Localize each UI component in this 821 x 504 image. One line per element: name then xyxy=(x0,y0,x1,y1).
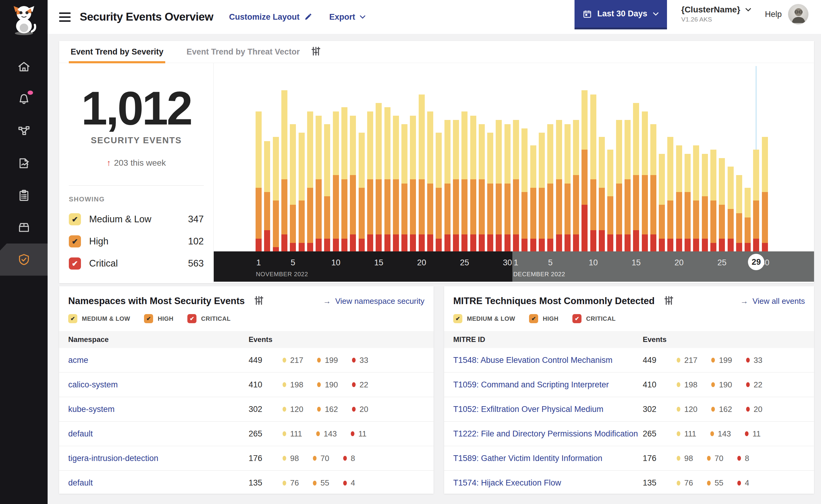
stacked-bar-nov-25[interactable] xyxy=(461,111,467,251)
row-link[interactable]: T1052: Exfiltration Over Physical Medium xyxy=(444,405,643,414)
stacked-bar-nov-30[interactable] xyxy=(504,124,510,251)
sidebar-item-compliance[interactable] xyxy=(0,179,48,211)
row-link[interactable]: default xyxy=(59,429,249,439)
stacked-bar-dec-8[interactable] xyxy=(573,120,579,251)
stacked-bar-dec-24[interactable] xyxy=(710,150,716,251)
stacked-bar-nov-16[interactable] xyxy=(384,107,391,251)
stacked-bar-dec-11[interactable] xyxy=(599,137,605,251)
mitre-settings-button[interactable] xyxy=(664,295,674,307)
row-link[interactable]: T1059: Command and Scripting Interpreter xyxy=(444,380,643,390)
stacked-bar-nov-9[interactable] xyxy=(324,124,330,251)
stacked-bar-dec-9[interactable] xyxy=(581,90,587,251)
stacked-bar-nov-29[interactable] xyxy=(496,120,502,251)
stacked-bar-nov-6[interactable] xyxy=(299,133,305,251)
stacked-bar-dec-20[interactable] xyxy=(676,145,682,251)
checkbox-checked-icon[interactable]: ✔ xyxy=(69,257,81,270)
severity-filter-critical[interactable]: ✔Critical563 xyxy=(69,257,204,270)
row-link[interactable]: acme xyxy=(59,356,249,365)
stacked-bar-dec-13[interactable] xyxy=(616,120,622,251)
stacked-bar-nov-27[interactable] xyxy=(479,124,485,251)
cluster-selector[interactable]: {ClusterName} V1.26 AKS xyxy=(681,5,751,23)
stacked-bar-nov-24[interactable] xyxy=(453,120,459,251)
row-link[interactable]: tigera-intrusion-detection xyxy=(59,454,249,463)
stacked-bar-dec-18[interactable] xyxy=(659,154,665,251)
sidebar-item-workloads[interactable] xyxy=(0,211,48,244)
sidebar-item-alerts[interactable] xyxy=(0,83,48,115)
stacked-bar-dec-2[interactable] xyxy=(521,128,527,251)
stacked-bar-dec-17[interactable] xyxy=(650,124,657,251)
stacked-bar-nov-14[interactable] xyxy=(367,111,373,251)
checkbox-checked-icon[interactable]: ✔ xyxy=(529,314,538,323)
stacked-bar-dec-7[interactable] xyxy=(564,124,570,251)
sidebar-item-threat-defense[interactable] xyxy=(0,244,48,276)
stacked-bar-nov-17[interactable] xyxy=(393,116,399,251)
stacked-bar-nov-19[interactable] xyxy=(410,116,416,251)
stacked-bar-nov-11[interactable] xyxy=(341,107,347,251)
sidebar-item-home[interactable] xyxy=(0,51,48,83)
row-link[interactable]: T1589: Gather Victim Identity Informatio… xyxy=(444,454,643,463)
stacked-bar-nov-2[interactable] xyxy=(264,141,270,251)
checkbox-checked-icon[interactable]: ✔ xyxy=(453,314,462,323)
export-button[interactable]: Export xyxy=(329,12,366,22)
stacked-bar-dec-19[interactable] xyxy=(667,137,673,251)
stacked-bar-dec-14[interactable] xyxy=(625,120,631,251)
view-namespace-security-link[interactable]: →View namespace security xyxy=(323,297,424,306)
tab-event-trend-by-threat-vector[interactable]: Event Trend by Threat Vector xyxy=(184,41,302,63)
checkbox-checked-icon[interactable]: ✔ xyxy=(69,213,81,225)
row-link[interactable]: T1222: File and Directory Permissions Mo… xyxy=(444,429,643,439)
stacked-bar-nov-7[interactable] xyxy=(307,111,313,251)
stacked-bar-nov-4[interactable] xyxy=(281,90,288,251)
stacked-bar-dec-16[interactable] xyxy=(642,111,648,251)
filter-chip-high[interactable]: ✔HIGH xyxy=(529,314,558,323)
row-link[interactable]: T1574: Hijack Execution Flow xyxy=(444,478,643,488)
view-all-events-link[interactable]: →View all events xyxy=(740,297,805,306)
stacked-bar-nov-22[interactable] xyxy=(436,133,442,251)
namespaces-settings-button[interactable] xyxy=(254,295,264,307)
stacked-bar-dec-28[interactable] xyxy=(745,188,751,251)
checkbox-checked-icon[interactable]: ✔ xyxy=(69,235,81,247)
filter-chip-high[interactable]: ✔HIGH xyxy=(144,314,173,323)
stacked-bar-nov-18[interactable] xyxy=(401,124,407,251)
filter-chip-medium_low[interactable]: ✔MEDIUM & LOW xyxy=(453,314,515,323)
checkbox-checked-icon[interactable]: ✔ xyxy=(144,314,153,323)
stacked-bar-dec-30[interactable] xyxy=(762,137,768,251)
stacked-bar-dec-29[interactable] xyxy=(753,150,759,251)
stacked-bar-dec-10[interactable] xyxy=(590,95,596,251)
app-logo-cat-mascot[interactable] xyxy=(9,4,38,37)
stacked-bar-dec-5[interactable] xyxy=(547,124,553,251)
stacked-bar-dec-15[interactable] xyxy=(633,103,639,251)
stacked-bar-nov-21[interactable] xyxy=(427,111,433,251)
filter-chip-critical[interactable]: ✔CRITICAL xyxy=(572,314,615,323)
selected-day-marker[interactable]: 29 xyxy=(748,254,764,270)
stacked-bar-nov-5[interactable] xyxy=(290,124,296,251)
stacked-bar-nov-20[interactable] xyxy=(419,95,425,251)
stacked-bar-nov-23[interactable] xyxy=(444,120,450,251)
stacked-bar-dec-22[interactable] xyxy=(693,145,699,251)
row-link[interactable]: T1548: Abuse Elevation Control Mechanism xyxy=(444,356,643,365)
menu-toggle-icon[interactable] xyxy=(59,12,71,22)
help-link[interactable]: Help xyxy=(765,10,782,19)
filter-chip-critical[interactable]: ✔CRITICAL xyxy=(187,314,231,323)
stacked-bar-dec-26[interactable] xyxy=(728,167,734,251)
x-axis[interactable]: 151015202530NOVEMBER 2022151015202530DEC… xyxy=(214,251,814,282)
stacked-bar-dec-21[interactable] xyxy=(685,154,691,251)
severity-filter-medium_low[interactable]: ✔Medium & Low347 xyxy=(69,213,204,225)
stacked-bar-dec-6[interactable] xyxy=(556,120,562,251)
checkbox-checked-icon[interactable]: ✔ xyxy=(572,314,581,323)
filter-chip-medium_low[interactable]: ✔MEDIUM & LOW xyxy=(68,314,130,323)
stacked-bar-nov-15[interactable] xyxy=(376,103,382,251)
stacked-bar-nov-1[interactable] xyxy=(256,111,262,251)
chart-settings-button[interactable] xyxy=(311,46,321,58)
stacked-bar-nov-26[interactable] xyxy=(470,116,476,251)
stacked-bar-nov-28[interactable] xyxy=(487,133,493,251)
stacked-bar-dec-27[interactable] xyxy=(736,175,742,251)
stacked-bar-dec-1[interactable] xyxy=(513,120,519,251)
tab-event-trend-by-severity[interactable]: Event Trend by Severity xyxy=(69,41,165,63)
customize-layout-button[interactable]: Customize Layout xyxy=(229,12,312,22)
row-link[interactable]: calico-system xyxy=(59,380,249,390)
stacked-bar-nov-10[interactable] xyxy=(333,111,339,251)
sidebar-item-policies[interactable] xyxy=(0,147,48,179)
row-link[interactable]: kube-system xyxy=(59,405,249,414)
severity-filter-high[interactable]: ✔High102 xyxy=(69,235,204,247)
stacked-bar-nov-8[interactable] xyxy=(316,116,322,251)
